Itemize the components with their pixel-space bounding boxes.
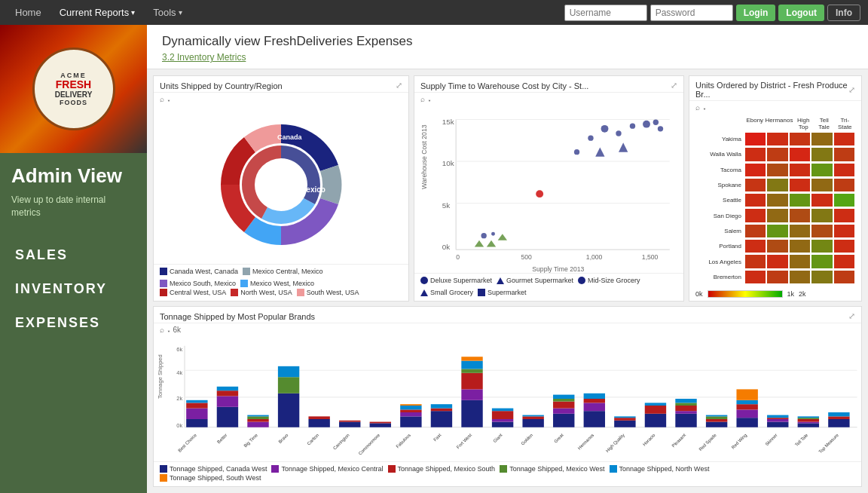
heatmap-row: Los Angeles (695, 254, 855, 268)
heatmap-row: Spokane (695, 178, 855, 192)
legend-item: Mexico West, Mexico (240, 280, 314, 287)
svg-text:USA: USA (257, 181, 274, 190)
heatmap-cell (811, 254, 833, 268)
login-button[interactable]: Login (736, 5, 776, 21)
legend-item: Tonnage Shipped, Mexico South (388, 465, 496, 473)
svg-text:5k: 5k (442, 201, 450, 210)
heatmap-cell (789, 224, 811, 238)
heatmap-row-label: Salem (695, 224, 744, 238)
bar-segment (492, 422, 513, 427)
svg-point-24 (588, 135, 593, 140)
heatmap-cell (811, 270, 833, 284)
svg-point-20 (630, 123, 635, 128)
nav-reports[interactable]: Current Reports ▾ (52, 4, 142, 21)
heatmap-cell (744, 132, 766, 146)
sidebar: ACME FRESH DELIVERY FOODS Admin View Vie… (0, 25, 147, 493)
heatmap-cell (744, 239, 766, 253)
heatmap-cell (833, 163, 855, 177)
bar-segment (706, 415, 727, 417)
heatmap-chart-title: Units Ordered by District - Fresh Produc… (689, 76, 861, 101)
scatter-chart-title: Supply Time to Warehouse Cost by City - … (414, 76, 683, 93)
topnav: Home Current Reports ▾ Tools ▾ Login Log… (0, 0, 868, 25)
heatmap-cell (744, 178, 766, 192)
bar-segment (431, 404, 452, 408)
heatmap-cell (811, 193, 833, 207)
svg-point-23 (658, 126, 663, 131)
bar-expand-icon[interactable]: ⤢ (848, 311, 855, 321)
bar-segment (553, 402, 574, 409)
sidebar-item-expenses[interactable]: EXPENSES (0, 306, 147, 340)
legend-item: Mid-Size Grocery (578, 277, 640, 284)
section-subtitle[interactable]: 3.2 Inventory Metrics (162, 52, 853, 63)
legend-item: Tonnage Shipped, Mexico Central (271, 465, 383, 473)
scatter-expand-icon[interactable]: ⤢ (671, 81, 677, 90)
bar-segment (370, 422, 391, 424)
bar-label: Carrington (332, 433, 350, 451)
nav-home[interactable]: Home (8, 4, 49, 21)
bar-segment (584, 399, 605, 403)
nav-tools[interactable]: Tools ▾ (145, 4, 189, 21)
bar-segment (767, 419, 788, 422)
scatter-svg: 15k 10k 5k 0k 0 (414, 106, 683, 273)
legend-swatch (243, 268, 250, 275)
bar-segment (798, 423, 819, 427)
charts-row-top: Units Shipped by Country/Region ⤢ ⌕ ▾ (153, 75, 862, 302)
bar-segment (431, 411, 452, 427)
svg-text:15k: 15k (442, 118, 454, 126)
donut-svg: USA Mexico Canada (198, 113, 364, 256)
bar-segment (675, 403, 696, 406)
legend-item: South West, USA (297, 289, 359, 296)
heatmap-row: San Diego (695, 208, 855, 222)
svg-point-25 (574, 149, 579, 155)
heatmap-expand-icon[interactable]: ⤢ (848, 85, 855, 95)
heatmap-row-label: Tacoma (695, 163, 744, 177)
bar-segment (461, 357, 482, 360)
bar-label: Golden (520, 433, 533, 446)
svg-marker-31 (475, 240, 484, 247)
heatmap-cell (744, 163, 766, 177)
legend-item: Central West, USA (160, 289, 226, 296)
colorbar-row: 0k 1k 2k (689, 287, 861, 301)
bar-segment (186, 409, 207, 419)
logout-button[interactable]: Logout (778, 5, 824, 21)
bar-chart-body: 6k 4k 2k 0k Tonnage Shipped Best ChoiceB… (154, 336, 861, 461)
info-button[interactable]: Info (827, 5, 860, 21)
password-input[interactable] (650, 5, 733, 21)
heatmap-row: Bremerton (695, 270, 855, 284)
bar-label: Pleasant (671, 433, 687, 449)
sidebar-item-inventory[interactable]: INVENTORY (0, 272, 147, 306)
heatmap-cell (833, 224, 855, 238)
bar-segment (522, 416, 543, 419)
bar-label: Skinner (764, 433, 778, 446)
heatmap-grid-container: Ebony Hermanos High Top Tell Tale Tri-St… (695, 117, 855, 284)
donut-expand-icon[interactable]: ⤢ (396, 81, 402, 90)
bar-segment (798, 418, 819, 419)
bar-segment (767, 418, 788, 419)
bar-segment (400, 416, 421, 427)
heatmap-cell (811, 224, 833, 238)
heatmap-row-label: San Diego (695, 208, 744, 222)
heatmap-cell (766, 193, 788, 207)
sidebar-item-sales[interactable]: SALES (0, 238, 147, 272)
donut-chart-container: USA Mexico Canada (154, 106, 408, 264)
bar-segment (247, 416, 268, 419)
bar-label: Red Wing (731, 433, 748, 450)
heatmap-chart-panel: Units Ordered by District - Fresh Produc… (689, 75, 862, 302)
heatmap-col-header: Tell Tale (814, 117, 835, 130)
heatmap-cell (766, 270, 788, 284)
bar-segment (492, 409, 513, 412)
svg-point-19 (616, 130, 621, 136)
bar-label: Top Measure (818, 433, 840, 455)
heatmap-row: Walla Walla (695, 147, 855, 161)
charts-area: Units Shipped by Country/Region ⤢ ⌕ ▾ (147, 69, 868, 493)
bar-segment (614, 418, 635, 421)
heatmap-cell (789, 163, 811, 177)
username-input[interactable] (564, 5, 647, 21)
sidebar-nav: SALES INVENTORY EXPENSES (0, 231, 147, 348)
svg-text:500: 500 (521, 253, 533, 261)
svg-point-30 (491, 232, 495, 236)
colorbar (708, 290, 783, 298)
bar-segment (247, 419, 268, 422)
bar-segment (675, 406, 696, 411)
legend-item: Mexico South, Mexico (160, 280, 236, 287)
